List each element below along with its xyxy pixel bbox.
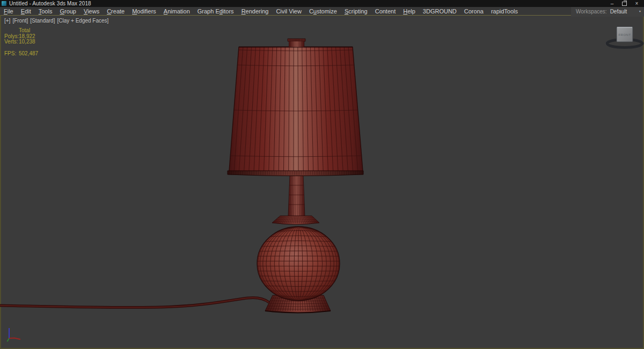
menu-item-rapidtools[interactable]: rapidTools <box>487 8 522 14</box>
menu-item-animation[interactable]: Animation <box>160 8 194 14</box>
window-title: Untitled - Autodesk 3ds Max 2018 <box>9 1 606 6</box>
workspaces-caret-icon: ▼ <box>639 10 641 13</box>
viewport-menu-general[interactable]: [+] <box>4 18 10 24</box>
window-controls: – × <box>606 0 643 7</box>
menu-item-3dground[interactable]: 3DGROUND <box>419 8 460 14</box>
stats-fps-label: FPS: <box>4 51 19 57</box>
lamp-model[interactable] <box>228 39 363 313</box>
stats-total-header: Total <box>19 28 30 34</box>
menu-item-content[interactable]: Content <box>371 8 400 14</box>
workspaces-panel: Workspaces: Default ▼ <box>571 6 644 17</box>
menu-item-edit[interactable]: Edit <box>17 8 35 14</box>
viewport-menu-pov[interactable]: [Front] <box>12 18 28 24</box>
app-icon-3dsmax[interactable] <box>2 1 6 6</box>
menu-item-corona[interactable]: Corona <box>460 8 487 14</box>
menu-item-rendering[interactable]: Rendering <box>238 8 273 14</box>
menu-list: FileEditToolsGroupViewsCreateModifiersAn… <box>0 8 522 14</box>
menubar: FileEditToolsGroupViewsCreateModifiersAn… <box>0 7 644 15</box>
restore-icon <box>622 2 627 6</box>
menu-item-create[interactable]: Create <box>103 8 128 14</box>
menu-item-customize[interactable]: Customize <box>305 8 341 14</box>
power-cord[interactable] <box>0 297 269 307</box>
titlebar: Untitled - Autodesk 3ds Max 2018 – × <box>0 0 644 7</box>
stats-verts-label: Verts: <box>4 39 19 45</box>
workspaces-value: Default <box>610 9 627 14</box>
app-window: Untitled - Autodesk 3ds Max 2018 – × Fil… <box>0 0 644 349</box>
stats-verts-value: 10,238 <box>19 39 35 45</box>
menu-item-help[interactable]: Help <box>399 8 419 14</box>
menu-item-modifiers[interactable]: Modifiers <box>128 8 160 14</box>
close-button[interactable]: × <box>631 0 643 7</box>
viewport-front[interactable]: FRONT [+] [Front] [Standard] [Clay + Edg… <box>0 15 644 349</box>
menu-item-tools[interactable]: Tools <box>35 8 56 14</box>
viewcube[interactable]: FRONT <box>605 27 644 48</box>
statistics-overlay: Total Polys: 18,922 Verts: 10,238 FPS: 5… <box>4 28 38 56</box>
menu-item-group[interactable]: Group <box>56 8 80 14</box>
viewport-scene: FRONT <box>0 15 644 349</box>
menu-item-views[interactable]: Views <box>80 8 103 14</box>
viewcube-front-label: FRONT <box>618 33 631 37</box>
viewport-menu-standard[interactable]: [Standard] <box>30 18 55 24</box>
workspaces-dropdown[interactable]: Default ▼ <box>610 9 641 14</box>
viewport-menu-shading[interactable]: [Clay + Edged Faces] <box>57 18 108 24</box>
menu-item-civil-view[interactable]: Civil View <box>272 8 305 14</box>
menu-item-file[interactable]: File <box>0 8 17 14</box>
stats-fps-value: 502,487 <box>19 51 38 57</box>
stats-header-row: Total <box>4 28 38 34</box>
stats-verts-row: Verts: 10,238 <box>4 39 38 45</box>
menu-item-scripting[interactable]: Scripting <box>341 8 371 14</box>
minimize-button[interactable]: – <box>606 0 618 7</box>
restore-button[interactable] <box>618 0 631 7</box>
world-axis-gizmo <box>8 328 21 341</box>
menu-item-graph-editors[interactable]: Graph Editors <box>194 8 238 14</box>
workspaces-label: Workspaces: <box>576 9 607 14</box>
stats-fps-row: FPS: 502,487 <box>4 51 38 57</box>
viewport-label: [+] [Front] [Standard] [Clay + Edged Fac… <box>4 18 108 24</box>
